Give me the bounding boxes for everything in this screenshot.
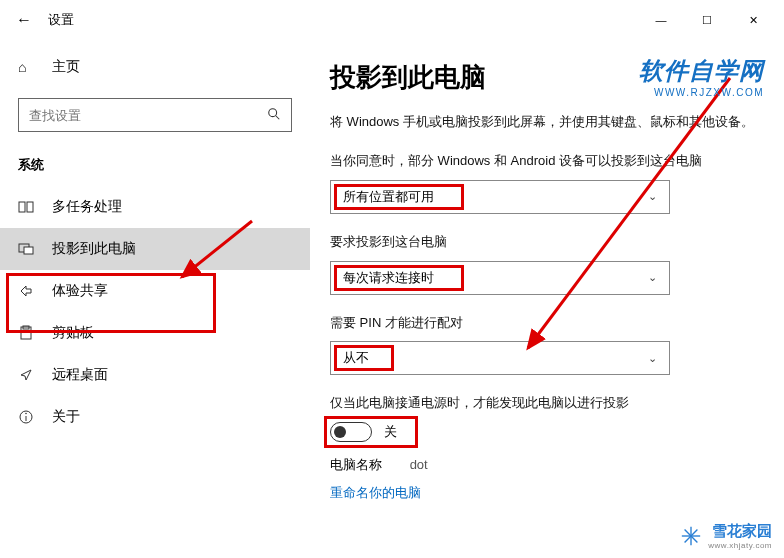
search-box[interactable] [18,98,292,132]
nav-item-info[interactable]: 关于 [0,396,310,438]
nav-item-multitask[interactable]: 多任务处理 [0,186,310,228]
home-label: 主页 [52,58,80,76]
nav-item-project[interactable]: 投影到此电脑 [0,228,310,270]
minimize-button[interactable]: — [638,4,684,36]
info-icon [18,409,38,425]
watermark-rjzxw: 软件自学网 WWW.RJZXW.COM [639,55,764,98]
toggle-state: 关 [384,423,397,441]
svg-point-10 [25,413,27,415]
close-button[interactable]: ✕ [730,4,776,36]
field3-select[interactable]: 从不 ⌄ [330,341,670,375]
content-area: 投影到此电脑 将 Windows 手机或电脑投影到此屏幕，并使用其键盘、鼠标和其… [310,40,784,558]
field2-select[interactable]: 每次请求连接时 ⌄ [330,261,670,295]
power-toggle[interactable] [330,422,372,442]
field1-label: 当你同意时，部分 Windows 和 Android 设备可以投影到这台电脑 [330,151,756,172]
field2-label: 要求投影到这台电脑 [330,232,756,253]
svg-rect-2 [19,202,25,212]
rename-pc-link[interactable]: 重命名你的电脑 [330,484,421,502]
clipboard-icon [18,325,38,341]
home-icon: ⌂ [18,59,38,75]
sidebar: ⌂ 主页 系统 多任务处理投影到此电脑体验共享剪贴板远程桌面关于 [0,40,310,558]
home-link[interactable]: ⌂ 主页 [0,50,310,84]
nav-label: 多任务处理 [52,198,122,216]
nav-item-clipboard[interactable]: 剪贴板 [0,312,310,354]
field3-label: 需要 PIN 才能进行配对 [330,313,756,334]
toggle-label-desc: 仅当此电脑接通电源时，才能发现此电脑以进行投影 [330,393,756,414]
svg-rect-5 [24,247,33,254]
field1-value: 所有位置都可用 [343,188,648,206]
chevron-down-icon: ⌄ [648,271,657,284]
nav-item-remote[interactable]: 远程桌面 [0,354,310,396]
chevron-down-icon: ⌄ [648,352,657,365]
svg-line-1 [276,115,280,119]
nav-label: 投影到此电脑 [52,240,136,258]
svg-point-0 [269,108,277,116]
nav-label: 关于 [52,408,80,426]
field2-value: 每次请求连接时 [343,269,648,287]
pc-name-value: dot [410,457,428,472]
search-input[interactable] [29,108,267,123]
multitask-icon [18,199,38,215]
chevron-down-icon: ⌄ [648,190,657,203]
pc-name-label: 电脑名称 [330,457,382,472]
project-icon [18,241,38,257]
page-description: 将 Windows 手机或电脑投影到此屏幕，并使用其键盘、鼠标和其他设备。 [330,111,756,133]
nav-label: 远程桌面 [52,366,108,384]
remote-icon [18,367,38,383]
nav-item-share[interactable]: 体验共享 [0,270,310,312]
back-button[interactable]: ← [8,4,40,36]
maximize-button[interactable]: ☐ [684,4,730,36]
svg-rect-3 [27,202,33,212]
share-icon [18,283,38,299]
search-icon [267,107,281,124]
pc-name-row: 电脑名称 dot [330,456,756,474]
snowflake-icon [680,525,702,547]
watermark-xhjaty: 雪花家园www.xhjaty.com [680,522,772,550]
field1-select[interactable]: 所有位置都可用 ⌄ [330,180,670,214]
nav-label: 体验共享 [52,282,108,300]
field3-value: 从不 [343,349,648,367]
nav-label: 剪贴板 [52,324,94,342]
window-title: 设置 [48,11,74,29]
group-title: 系统 [0,150,310,186]
